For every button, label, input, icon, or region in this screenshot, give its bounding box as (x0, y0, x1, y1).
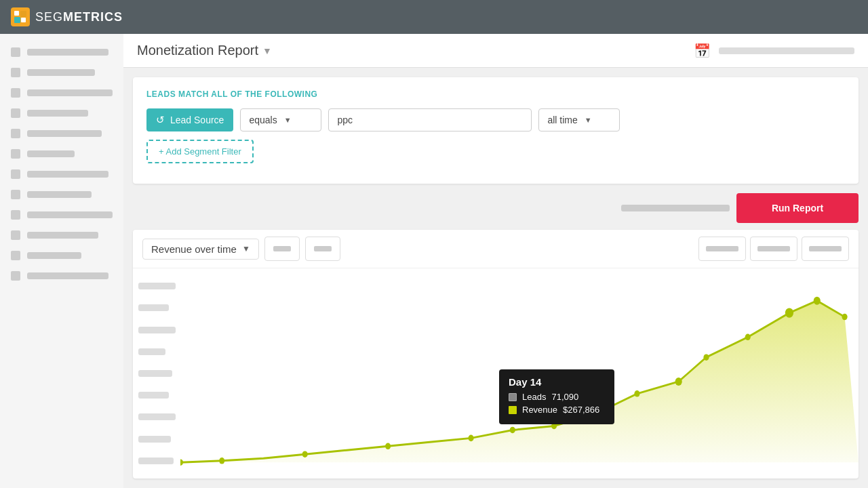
sidebar-checkbox (11, 68, 20, 77)
add-segment-button[interactable]: + Add Segment Filter (146, 140, 254, 163)
chart-main: Day 14 Leads 71,090 Revenue $267,866 (180, 268, 859, 479)
chart-right-btn-3[interactable] (802, 237, 849, 261)
chart-select-arrow: ▼ (242, 244, 250, 253)
y-label-2 (138, 304, 169, 311)
sidebar-checkbox (11, 210, 20, 220)
chart-type-select[interactable]: Revenue over time ▼ (142, 239, 259, 260)
chart-point[interactable] (385, 443, 391, 450)
sidebar (0, 34, 123, 488)
svg-rect-3 (21, 18, 26, 22)
svg-rect-0 (14, 11, 19, 16)
segment-placeholder-bar (621, 205, 730, 211)
sidebar-label (27, 110, 88, 117)
chart-point[interactable] (703, 354, 709, 361)
filter-row: ↺ Lead Source equals ▼ all time ▼ (146, 108, 845, 131)
chart-point[interactable] (745, 334, 751, 341)
sidebar-checkbox (11, 47, 20, 57)
sidebar-item[interactable] (0, 245, 123, 266)
sidebar-label (27, 252, 81, 259)
y-label-1 (138, 283, 176, 289)
sidebar-checkbox (11, 251, 20, 260)
actions-row: Run Report (123, 193, 868, 230)
chart-point[interactable] (551, 423, 557, 430)
logo-text: SEGMETRICS (35, 10, 123, 24)
ppc-input[interactable] (328, 108, 532, 131)
sidebar-item[interactable] (0, 184, 123, 205)
chart-point[interactable] (842, 314, 848, 321)
content: Monetization Report ▼ 📅 LEADS MATCH ALL … (123, 34, 868, 488)
lead-source-icon: ↺ (156, 114, 165, 126)
report-title-arrow[interactable]: ▼ (262, 45, 272, 56)
chart-toolbar: Revenue over time ▼ (133, 230, 859, 268)
sidebar-checkbox (11, 271, 20, 281)
sidebar-label (27, 69, 95, 76)
chart-btn-bar-1 (273, 246, 291, 251)
chart-right-btn-1[interactable] (698, 237, 746, 261)
chart-point[interactable] (219, 458, 224, 464)
chart-right-btn-bar-1 (706, 246, 738, 251)
sidebar-label (27, 191, 92, 198)
chart-point[interactable] (468, 435, 473, 442)
sidebar-checkbox (11, 230, 20, 240)
sidebar-item[interactable] (0, 144, 123, 164)
logo: SEGMETRICS (11, 7, 123, 26)
sidebar-checkbox (11, 149, 20, 159)
y-label-8 (138, 436, 171, 443)
sidebar-item[interactable] (0, 205, 123, 225)
sidebar-label (27, 171, 108, 178)
chart-button-2[interactable] (305, 237, 340, 261)
sidebar-item[interactable] (0, 164, 123, 184)
report-title-text: Monetization Report (137, 43, 258, 58)
sidebar-label (27, 211, 113, 218)
y-label-3 (138, 327, 176, 333)
chart-point-active[interactable] (675, 378, 682, 386)
chart-point-peak[interactable] (785, 308, 793, 317)
header-bar: Monetization Report ▼ 📅 (123, 34, 868, 68)
chart-area: Day 14 Leads 71,090 Revenue $267,866 (133, 268, 859, 479)
chart-point[interactable] (180, 459, 183, 466)
equals-label: equals (249, 115, 277, 125)
run-report-button[interactable]: Run Report (736, 193, 859, 223)
lead-source-button[interactable]: ↺ Lead Source (146, 108, 233, 131)
all-time-label: all time (547, 115, 577, 125)
sidebar-item[interactable] (0, 123, 123, 144)
sidebar-label (27, 272, 108, 279)
all-time-select[interactable]: all time ▼ (538, 108, 620, 131)
chart-y-axis (133, 268, 180, 479)
calendar-icon[interactable]: 📅 (694, 43, 711, 59)
sidebar-checkbox (11, 88, 20, 98)
sidebar-label (27, 89, 113, 96)
chart-point[interactable] (814, 297, 821, 305)
chart-right-btn-bar-2 (757, 246, 790, 251)
chart-right-btn-bar-3 (809, 246, 842, 251)
equals-arrow: ▼ (284, 116, 292, 124)
chart-right-btn-2[interactable] (750, 237, 797, 261)
chart-btn-bar-2 (314, 246, 332, 251)
logo-icon (11, 7, 30, 26)
chart-point[interactable] (510, 427, 515, 434)
sidebar-item[interactable] (0, 225, 123, 245)
y-label-6 (138, 392, 169, 399)
sidebar-label (27, 232, 98, 239)
report-title: Monetization Report ▼ (137, 43, 272, 58)
sidebar-checkbox (11, 108, 20, 118)
chart-point[interactable] (302, 451, 308, 458)
chart-point[interactable] (634, 390, 639, 397)
equals-select[interactable]: equals ▼ (240, 108, 321, 131)
sidebar-item[interactable] (0, 103, 123, 123)
chart-svg (180, 268, 859, 479)
all-time-arrow: ▼ (585, 116, 592, 124)
date-range-bar (719, 47, 854, 54)
sidebar-item[interactable] (0, 83, 123, 103)
chart-point[interactable] (593, 411, 598, 418)
chart-area-fill (180, 301, 859, 462)
add-segment-row: + Add Segment Filter (146, 140, 845, 163)
sidebar-item[interactable] (0, 266, 123, 286)
svg-rect-1 (20, 11, 26, 17)
chart-section: Revenue over time ▼ (133, 230, 859, 479)
sidebar-item[interactable] (0, 62, 123, 83)
sidebar-label (27, 150, 75, 157)
chart-button-1[interactable] (264, 237, 300, 261)
sidebar-checkbox (11, 169, 20, 179)
sidebar-item[interactable] (0, 42, 123, 62)
